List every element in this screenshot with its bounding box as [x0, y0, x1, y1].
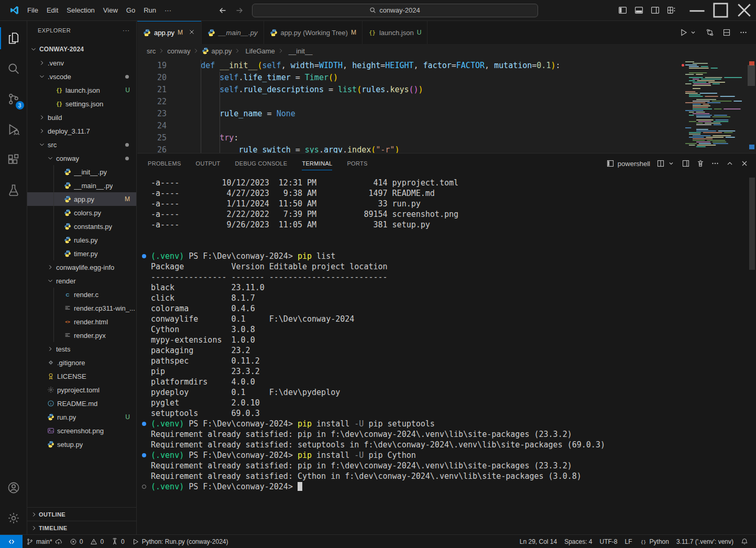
panel-tab-output[interactable]: OUTPUT — [196, 154, 221, 173]
tree-item-render-c[interactable]: Crender.c — [27, 288, 136, 301]
dropdown-chevron-icon[interactable] — [667, 159, 675, 168]
kill-terminal-button[interactable] — [696, 159, 705, 168]
toggle-secondary-sidebar-icon[interactable] — [651, 6, 660, 15]
status-indentation[interactable]: Spaces: 4 — [561, 535, 596, 548]
terminal-scrollbar[interactable] — [749, 178, 755, 270]
status-cursor-position[interactable]: Ln 29, Col 14 — [516, 535, 561, 548]
status-notifications[interactable] — [737, 535, 752, 548]
tree-item-pyproject-toml[interactable]: pyproject.toml — [27, 383, 136, 397]
menu-selection[interactable]: Selection — [62, 4, 98, 16]
open-panel-button[interactable] — [682, 159, 690, 168]
close-panel-button[interactable] — [740, 159, 749, 168]
more-button[interactable] — [711, 159, 719, 168]
command-decoration-filled[interactable] — [142, 453, 146, 457]
section-timeline[interactable]: TIMELINE — [27, 521, 136, 534]
tree-item-timer-py[interactable]: timer.py — [27, 247, 136, 260]
menu-run[interactable]: Run — [139, 4, 160, 16]
tree-item-tests[interactable]: tests — [27, 342, 136, 356]
activity-source-control[interactable]: 3 — [0, 86, 27, 112]
breadcrumb-conway[interactable]: conway — [167, 47, 190, 55]
minimap[interactable] — [684, 59, 744, 152]
explorer-more-actions[interactable]: ··· — [123, 27, 130, 34]
status-warnings[interactable]: 0 — [86, 535, 107, 548]
tree-item-conway-2024[interactable]: CONWAY-2024 — [27, 42, 136, 56]
tab-app-py[interactable]: app.pyM — [137, 21, 202, 44]
tab--main-py[interactable]: __main__.py — [202, 21, 264, 44]
activity-testing[interactable] — [0, 177, 27, 203]
editor-scrollbar[interactable] — [748, 65, 755, 86]
section-outline[interactable]: OUTLINE — [27, 507, 136, 521]
menu-overflow[interactable]: ··· — [160, 4, 176, 16]
tree-item-constants-py[interactable]: constants.py — [27, 220, 136, 233]
menu-go[interactable]: Go — [122, 4, 139, 16]
code-editor[interactable]: 19 def __init__(self, width=WIDTH, heigh… — [137, 58, 756, 153]
close-window-button[interactable] — [732, 0, 756, 20]
panel-tab-problems[interactable]: PROBLEMS — [148, 154, 181, 173]
back-arrow-icon[interactable] — [218, 6, 227, 15]
activity-manage[interactable] — [0, 505, 27, 531]
terminal-output[interactable]: -a---- 10/12/2023 12:31 PM 414 pyproject… — [137, 178, 748, 534]
panel-tab-debug-console[interactable]: DEBUG CONSOLE — [235, 154, 288, 173]
tree-item--vscode[interactable]: .vscode — [27, 70, 136, 83]
activity-extensions[interactable] — [0, 147, 27, 173]
tree-item-colors-py[interactable]: colors.py — [27, 206, 136, 220]
activity-explorer[interactable] — [0, 25, 27, 51]
breadcrumb--init-[interactable]: __init__ — [287, 47, 313, 55]
tree-item-deploy-3-11-7[interactable]: deploy_3.11.7 — [27, 124, 136, 138]
status-errors[interactable]: 0 — [66, 535, 87, 548]
split-terminal-button[interactable] — [656, 159, 665, 168]
tree-item-conway[interactable]: conway — [27, 151, 136, 165]
breadcrumb-lifegame[interactable]: LifeGame — [243, 47, 275, 55]
toggle-sidebar-icon[interactable] — [618, 6, 627, 15]
open-changes-button[interactable] — [706, 28, 714, 37]
command-decoration-filled[interactable] — [142, 254, 146, 258]
tree-item-build[interactable]: build — [27, 111, 136, 124]
forward-arrow-icon[interactable] — [235, 6, 244, 15]
minimize-button[interactable] — [685, 0, 709, 20]
toggle-panel-icon[interactable] — [634, 6, 643, 15]
tree-item-setup-py[interactable]: setup.py — [27, 437, 136, 451]
status-eol[interactable]: LF — [621, 535, 636, 548]
maximize-panel-button[interactable] — [726, 159, 734, 168]
status-encoding[interactable]: UTF-8 — [596, 535, 621, 548]
tree-item-render-html[interactable]: <>render.html — [27, 315, 136, 328]
tree-item-screenshot-png[interactable]: screenshot.png — [27, 424, 136, 437]
split-editor-button[interactable] — [722, 28, 731, 37]
status-remote-indicator[interactable] — [0, 535, 23, 548]
customize-layout-icon[interactable] — [667, 6, 676, 15]
more-actions-button[interactable] — [739, 28, 748, 37]
tree-item-launch-json[interactable]: {}launch.jsonU — [27, 83, 136, 97]
tab-app-py-working-tree-[interactable]: app.py (Working Tree)M — [264, 21, 363, 44]
menu-view[interactable]: View — [99, 4, 122, 16]
panel-tab-terminal[interactable]: TERMINAL — [302, 154, 332, 173]
terminal-instance[interactable]: powershell — [606, 159, 650, 168]
overview-ruler[interactable] — [746, 58, 756, 153]
tree-item-conwaylife-egg-info[interactable]: conwaylife.egg-info — [27, 260, 136, 274]
command-decoration-hollow[interactable] — [142, 485, 146, 489]
tree-item--gitignore[interactable]: .gitignore — [27, 356, 136, 369]
tree-item-rules-py[interactable]: rules.py — [27, 233, 136, 247]
status-python-interpreter[interactable]: 3.11.7 ('.venv': venv) — [673, 535, 737, 548]
breadcrumb-src[interactable]: src — [147, 47, 156, 55]
status-debug-config[interactable]: Python: Run.py (conway-2024) — [128, 535, 232, 548]
status-ports[interactable]: 0 — [107, 535, 128, 548]
command-center-search[interactable]: conway-2024 — [252, 4, 538, 17]
tree-item--main-py[interactable]: __main__.py — [27, 179, 136, 192]
run-button[interactable] — [680, 28, 697, 37]
menu-edit[interactable]: Edit — [42, 4, 62, 16]
panel-tab-ports[interactable]: PORTS — [347, 154, 367, 173]
status-git-branch[interactable]: main* — [23, 535, 66, 548]
activity-accounts[interactable] — [0, 475, 27, 501]
breadcrumb[interactable]: srcconwayapp.pyLifeGame__init__ — [137, 44, 756, 58]
breadcrumb-app-py[interactable]: app.py — [202, 47, 232, 55]
menu-file[interactable]: File — [23, 4, 42, 16]
activity-search[interactable] — [0, 56, 27, 82]
tree-item-run-py[interactable]: run.pyU — [27, 410, 136, 424]
close-tab-icon[interactable] — [188, 28, 195, 37]
tree-item-readme-md[interactable]: README.md — [27, 397, 136, 410]
tree-item-render-cp311-win-[interactable]: render.cp311-win_... — [27, 301, 136, 315]
tree-item-render-pyx[interactable]: render.pyx — [27, 328, 136, 342]
tree-item-app-py[interactable]: app.pyM — [27, 192, 136, 206]
command-decoration-filled[interactable] — [142, 422, 146, 426]
tree-item-license[interactable]: LICENSE — [27, 369, 136, 383]
